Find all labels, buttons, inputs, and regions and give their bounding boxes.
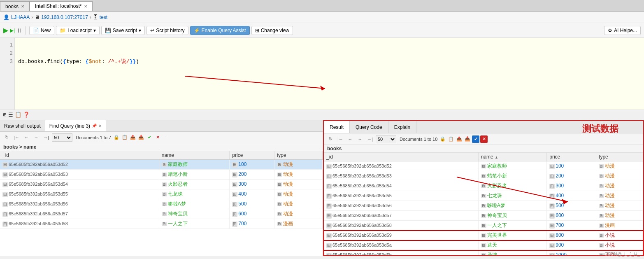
- tab-books-close[interactable]: ✕: [21, 4, 24, 9]
- editor-btn-2[interactable]: ☰: [8, 112, 13, 118]
- editor-btn-3[interactable]: 📋: [15, 112, 21, 118]
- action-icons: 🔒 📋 📤 📥 ✔ ✕ ⋯: [113, 134, 170, 141]
- copy-icon[interactable]: 📋: [121, 134, 128, 141]
- result-table-row[interactable]: 田65e5685fb392ab656a053d55 🖹七龙珠 田400 🖹动漫: [324, 191, 643, 201]
- tab-find-close[interactable]: ✕: [98, 124, 102, 128]
- step-button[interactable]: ▶|: [10, 28, 15, 33]
- result-cell-price: 田400: [547, 191, 596, 201]
- tab-explain[interactable]: Explain: [388, 121, 416, 133]
- breadcrumb-db[interactable]: test: [100, 14, 107, 20]
- result-next-btn[interactable]: →: [356, 135, 364, 143]
- save-script-button[interactable]: 💾 Save script ▾: [101, 26, 145, 35]
- cell-id: 田65e5685fb392ab656a053d53: [0, 170, 159, 180]
- result-table-row[interactable]: 田65e5685fb392ab656a053d5a 🖹遮天 田900 🖹小说: [324, 240, 643, 250]
- query-assist-icon: ⚡: [194, 28, 200, 33]
- result-table-row[interactable]: 田65e5685fb392ab656a053d59 🖹完美世界 田800 🖹小说: [324, 231, 643, 240]
- result-refresh-btn[interactable]: ↻: [326, 135, 335, 143]
- left-panel: Raw shell output Find Query (line 3) 📌 ✕…: [0, 120, 323, 256]
- pause-button[interactable]: ⏸: [16, 27, 22, 34]
- cell-name: 🖹家庭教师: [159, 160, 229, 170]
- delete-icon[interactable]: ✕: [154, 134, 161, 141]
- result-table-row[interactable]: 田65e5685fb392ab656a053d56 🖹哆啦A梦 田500 🖹动漫: [324, 201, 643, 211]
- result-cell-price: 田200: [547, 171, 596, 181]
- tab-raw-shell[interactable]: Raw shell output: [0, 120, 45, 131]
- load-script-button[interactable]: 📁 Load script ▾: [56, 26, 100, 35]
- tab-intellishell-label: IntelliShell: localhost*: [35, 3, 81, 9]
- more-icon[interactable]: ⋯: [162, 134, 170, 141]
- result-cell-id: 田65e5685fb392ab656a053d5a: [324, 240, 478, 250]
- tab-find-query[interactable]: Find Query (line 3) 📌 ✕: [45, 120, 106, 131]
- tab-query-code[interactable]: Query Code: [350, 121, 388, 133]
- line-num-3: 3: [2, 58, 13, 66]
- result-cell-price: 田700: [547, 221, 596, 231]
- result-cell-price: 田500: [547, 201, 596, 211]
- cell-price: 田700: [230, 219, 274, 229]
- editor-area[interactable]: 1 2 3 db.books.find({type: {$not: /^.+说/…: [0, 38, 644, 120]
- result-table-row[interactable]: 田65e5685fb392ab656a053d53 🖹蜡笔小新 田200 🖹动漫: [324, 171, 643, 181]
- tab-result[interactable]: Result: [324, 121, 350, 133]
- left-table-body: 田65e5685fb392ab656a053d52 🖹家庭教师 田100 🖹动漫…: [0, 160, 323, 229]
- tab-intellishell[interactable]: IntelliShell: localhost* ✕: [30, 1, 93, 11]
- result-table-row[interactable]: 田65e5685fb392ab656a053d54 🖹火影忍者 田300 🖹动漫: [324, 181, 643, 191]
- next-btn[interactable]: →: [32, 133, 40, 142]
- result-cell-name: 🖹一人之下: [478, 221, 547, 231]
- save-chevron-icon: ▾: [139, 28, 141, 33]
- last-btn[interactable]: →|: [42, 133, 50, 142]
- script-history-button[interactable]: ↩ Script history: [146, 26, 188, 35]
- left-table-row[interactable]: 田65e5685fb392ab656a053d55 🖹七龙珠 田400 🖹动漫: [0, 189, 323, 199]
- left-table-row[interactable]: 田65e5685fb392ab656a053d56 🖹哆啦A梦 田500 🖹动漫: [0, 199, 323, 209]
- result-page-size-select[interactable]: 50 100: [376, 135, 396, 143]
- books-path-label: books > name: [0, 143, 323, 151]
- breadcrumb-user[interactable]: LJHAAA: [11, 14, 30, 20]
- tab-books[interactable]: books ✕: [0, 1, 30, 11]
- cell-name: 🖹蜡笔小新: [159, 170, 229, 180]
- result-table-row[interactable]: 田65e5685fb392ab656a053d57 🖹神奇宝贝 田600 🖹动漫: [324, 211, 643, 221]
- result-cell-price: 田1000: [547, 250, 596, 256]
- tab-intellishell-close[interactable]: ✕: [84, 4, 87, 9]
- ai-helper-button[interactable]: ⚙ AI Helpe...: [604, 26, 641, 35]
- result-check-icon[interactable]: ✔: [472, 135, 479, 143]
- result-last-btn[interactable]: →|: [366, 135, 374, 143]
- check-icon[interactable]: ✔: [146, 134, 153, 141]
- left-table-row[interactable]: 田65e5685fb392ab656a053d57 🖹神奇宝贝 田600 🖹动漫: [0, 209, 323, 219]
- result-cell-name: 🖹完美世界: [478, 231, 547, 240]
- result-lock-icon[interactable]: 🔒: [439, 135, 446, 143]
- result-table-row[interactable]: 田65e5685fb392ab656a053d5b 🖹圣墟 田1000 🖹小说: [324, 250, 643, 256]
- breadcrumb-host[interactable]: 192.168.0.107:27017: [41, 14, 88, 20]
- play-button[interactable]: ▶: [3, 26, 8, 34]
- editor-btn-1[interactable]: ⊞: [3, 112, 7, 118]
- result-export-icon[interactable]: 📤: [456, 135, 463, 143]
- refresh-btn[interactable]: ↻: [2, 133, 11, 142]
- result-first-btn[interactable]: |←: [336, 135, 344, 143]
- result-table-row[interactable]: 田65e5685fb392ab656a053d52 🖹家庭教师 田100 🖹动漫: [324, 161, 643, 171]
- code-not: $not: [89, 58, 102, 65]
- result-table-row[interactable]: 田65e5685fb392ab656a053d58 🖹一人之下 田700 🖹漫画: [324, 221, 643, 231]
- result-copy-icon[interactable]: 📋: [447, 135, 455, 143]
- db-icon: 🗄: [93, 14, 98, 20]
- enable-query-assist-button[interactable]: ⚡ Enable Query Assist: [190, 26, 250, 35]
- cell-type: 🖹动漫: [274, 170, 322, 180]
- editor-btn-4[interactable]: ❓: [23, 112, 30, 118]
- lock-icon[interactable]: 🔒: [113, 134, 120, 141]
- query-tabs: Raw shell output Find Query (line 3) 📌 ✕: [0, 120, 323, 132]
- code-line-3: db.books.find({type: {$not: /^.+说/}}): [18, 58, 641, 66]
- result-import-icon[interactable]: 📥: [464, 135, 471, 143]
- left-table-row[interactable]: 田65e5685fb392ab656a053d58 🖹一人之下 田700 🖹漫画: [0, 219, 323, 229]
- result-delete-icon[interactable]: ✕: [480, 135, 488, 143]
- left-table-row[interactable]: 田65e5685fb392ab656a053d54 🖹火影忍者 田300 🖹动漫: [0, 180, 323, 189]
- history-label: Script history: [156, 28, 184, 33]
- import-icon[interactable]: 📥: [137, 134, 145, 141]
- left-table-row[interactable]: 田65e5685fb392ab656a053d53 🖹蜡笔小新 田200 🖹动漫: [0, 170, 323, 180]
- left-table-row[interactable]: 田65e5685fb392ab656a053d52 🖹家庭教师 田100 🖹动漫: [0, 160, 323, 170]
- result-prev-btn[interactable]: ←: [346, 135, 354, 143]
- first-btn[interactable]: |←: [12, 133, 21, 142]
- prev-btn[interactable]: ←: [22, 133, 30, 142]
- line-num-2: 2: [2, 49, 13, 58]
- code-line-2: [18, 49, 641, 58]
- result-cell-name: 🖹蜡笔小新: [478, 171, 547, 181]
- export-icon[interactable]: 📤: [129, 134, 137, 141]
- page-size-select[interactable]: 50 100 200: [52, 133, 72, 142]
- cell-price: 田400: [230, 189, 274, 199]
- change-view-button[interactable]: ⊞ Change view: [251, 26, 293, 35]
- new-button[interactable]: 📄 New: [29, 26, 54, 35]
